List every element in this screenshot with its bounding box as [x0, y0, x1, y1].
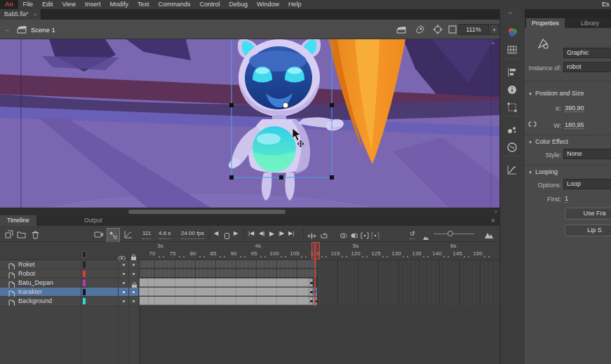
show-graph-icon[interactable] — [123, 229, 133, 242]
camera-icon[interactable] — [94, 229, 104, 242]
current-frame-value[interactable]: 111 — [142, 229, 151, 239]
layer-visibility-dot[interactable] — [123, 273, 125, 275]
stage-horizontal-scrollbar[interactable]: > — [0, 208, 499, 215]
timeline-ruler[interactable]: 3s4s5s6s70758085909510010511011512012513… — [140, 242, 504, 260]
menu-debug[interactable]: Debug — [224, 0, 253, 9]
use-frame-picker-button[interactable]: Use Fra — [565, 208, 611, 220]
layer-outline-swatch[interactable] — [83, 298, 86, 304]
next-keyframe-icon[interactable]: |▶ — [278, 229, 284, 238]
current-frame-icon[interactable] — [224, 230, 230, 243]
transform-panel-icon[interactable] — [506, 102, 519, 114]
menu-text[interactable]: Text — [133, 0, 154, 9]
symbol-type-dropdown[interactable]: Graphic — [563, 48, 611, 58]
cc-libraries-panel-icon[interactable] — [506, 142, 519, 154]
link-width-height-icon[interactable] — [528, 119, 537, 132]
layer-row-robot[interactable]: Robot — [0, 269, 140, 278]
lip-sync-button[interactable]: Lip S — [565, 224, 611, 236]
edit-multiple-frames-icon[interactable] — [361, 230, 369, 243]
menu-insert[interactable]: Insert — [80, 0, 105, 9]
step-forward-icon[interactable]: ▶ — [234, 229, 238, 238]
loop-dropdown[interactable]: Loop — [563, 179, 611, 189]
edit-symbols-icon[interactable] — [415, 24, 426, 35]
x-value[interactable]: 390,90 — [565, 105, 584, 112]
frame-span-batu_depan[interactable] — [140, 278, 309, 287]
center-stage-icon[interactable] — [432, 24, 443, 35]
align-panel-icon[interactable] — [506, 67, 519, 79]
go-last-frame-icon[interactable]: ▶| — [288, 229, 294, 238]
layer-row-roket[interactable]: Roket — [0, 260, 140, 269]
layer-lock-dot[interactable] — [133, 273, 135, 275]
panel-menu-icon[interactable]: ≡ — [491, 217, 495, 224]
new-folder-icon[interactable] — [17, 229, 26, 242]
document-tab[interactable]: Bab5.fla*× — [0, 9, 41, 20]
new-layer-icon[interactable] — [4, 229, 13, 242]
playhead-line[interactable] — [314, 242, 316, 306]
elapsed-time-value[interactable]: 4.6 s — [159, 229, 170, 239]
layer-outline-swatch[interactable] — [83, 280, 86, 286]
motion-editor-panel-icon[interactable] — [506, 164, 519, 177]
frame-span-robot[interactable] — [140, 269, 317, 278]
menu-window[interactable]: Window — [253, 0, 284, 9]
onion-outline-icon[interactable] — [350, 230, 358, 243]
play-icon[interactable]: ▶ — [269, 229, 274, 238]
workspace-switcher[interactable]: Es — [602, 1, 611, 8]
scroll-right-icon[interactable]: > — [494, 208, 497, 215]
frame-span-karakter[interactable] — [140, 288, 309, 296]
zoom-dropdown-chevron[interactable]: ▼ — [490, 24, 499, 35]
layer-visibility-dot[interactable] — [123, 300, 125, 302]
layer-lock-dot[interactable] — [133, 264, 135, 266]
properties-tab-properties[interactable]: Properties — [526, 18, 565, 28]
layer-row-karakter[interactable]: Karakter — [0, 288, 140, 297]
scrollbar-thumb[interactable] — [128, 210, 286, 214]
menu-modify[interactable]: Modify — [105, 0, 133, 9]
collapse-panels-icon[interactable]: ‹‹ — [509, 11, 512, 15]
prev-keyframe-icon[interactable]: ◀| — [259, 229, 264, 238]
brush-library-panel-icon[interactable] — [506, 124, 519, 137]
modify-markers-icon[interactable] — [371, 230, 380, 243]
keyframe-cell[interactable] — [309, 278, 313, 287]
menu-commands[interactable]: Commands — [154, 0, 195, 9]
back-arrow-icon[interactable]: ← — [4, 25, 12, 33]
close-tab-icon[interactable]: × — [34, 11, 37, 18]
step-back-icon[interactable]: ◀ — [214, 229, 218, 238]
position-size-section-header[interactable]: ▼Position and Size — [528, 90, 584, 97]
go-first-frame-icon[interactable]: |◀ — [248, 229, 254, 238]
color-effect-section-header[interactable]: ▼Color Effect — [528, 138, 568, 145]
frame-rate-value[interactable]: 24.00 fps — [181, 229, 204, 239]
layer-visibility-dot[interactable] — [123, 282, 125, 284]
stage-canvas[interactable]: ^ — [0, 39, 499, 208]
w-value[interactable]: 180,95 — [565, 121, 584, 129]
layer-lock-dot[interactable] — [133, 300, 135, 302]
menu-edit[interactable]: Edit — [38, 0, 58, 9]
layer-outline-swatch[interactable] — [83, 289, 86, 295]
slider-knob[interactable] — [448, 231, 453, 236]
timeline-tab-output[interactable]: Output — [77, 215, 109, 226]
first-value[interactable]: 1 — [565, 195, 568, 203]
clip-content-icon[interactable] — [447, 24, 458, 35]
layer-row-background[interactable]: Background — [0, 297, 140, 306]
layer-visibility-dot[interactable] — [123, 264, 125, 266]
color-panel-icon[interactable] — [506, 26, 519, 39]
zoom-level-input[interactable]: 111% — [458, 24, 489, 35]
reset-timeline-zoom-icon[interactable]: ↺ — [410, 229, 415, 239]
swatches-panel-icon[interactable] — [506, 44, 519, 57]
instance-name-field[interactable]: robot — [563, 62, 611, 72]
center-playhead-icon[interactable] — [307, 230, 316, 243]
properties-tab-library[interactable]: Library — [575, 18, 605, 28]
layer-lock-dot[interactable] — [133, 291, 135, 293]
scene-breadcrumb[interactable]: Scene 1 — [31, 26, 55, 34]
menu-file[interactable]: File — [18, 0, 38, 9]
frame-span-roket[interactable] — [140, 260, 317, 269]
layer-outline-swatch[interactable] — [83, 271, 86, 277]
delete-layer-icon[interactable] — [31, 229, 40, 242]
zoom-in-timeline-icon[interactable] — [484, 229, 494, 242]
layer-visibility-dot[interactable] — [123, 291, 125, 293]
menu-help[interactable]: Help — [284, 0, 307, 9]
transform-point[interactable] — [283, 102, 288, 108]
menu-view[interactable]: View — [58, 0, 80, 9]
layer-row-batu_depan[interactable]: Batu_Depan — [0, 278, 140, 288]
info-panel-icon[interactable] — [506, 84, 519, 97]
loop-playback-icon[interactable] — [319, 230, 328, 243]
frame-span-background[interactable] — [140, 297, 309, 305]
frames-grid[interactable] — [140, 260, 504, 306]
